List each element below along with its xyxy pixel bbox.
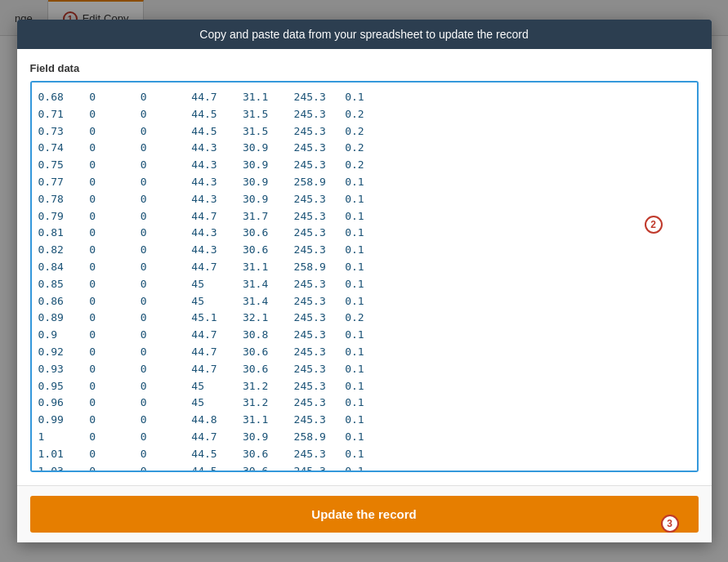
annotation-badge-2: 2 — [645, 216, 663, 234]
data-textarea[interactable] — [30, 81, 699, 472]
update-button-label: Update the record — [311, 507, 416, 521]
modal-title: Copy and paste data from your spreadshee… — [199, 28, 528, 41]
modal-body: Field data — [17, 49, 712, 485]
modal-header: Copy and paste data from your spreadshee… — [17, 20, 712, 49]
modal-dialog: Copy and paste data from your spreadshee… — [17, 20, 712, 542]
modal-overlay: Copy and paste data from your spreadshee… — [0, 0, 728, 562]
modal-footer: Update the record 3 — [17, 485, 712, 542]
annotation-badge-3: 3 — [661, 515, 679, 533]
update-record-button[interactable]: Update the record — [30, 496, 699, 533]
field-data-label: Field data — [30, 62, 699, 74]
